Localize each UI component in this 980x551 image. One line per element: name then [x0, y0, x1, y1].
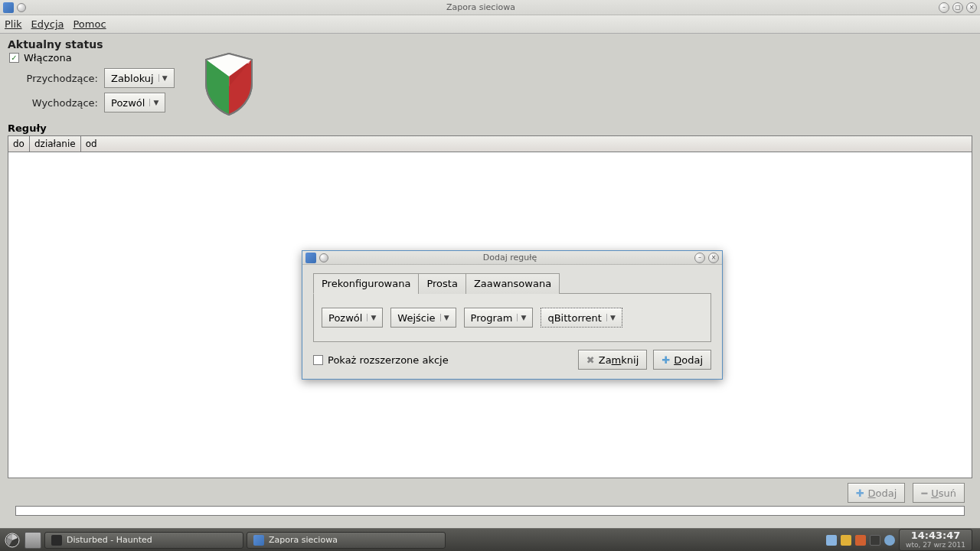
taskbar: Disturbed - Haunted Zapora sieciowa 14:4… [0, 528, 980, 551]
clock-date: wto, 27 wrz 2011 [906, 542, 965, 549]
minimize-button[interactable]: – [939, 2, 949, 13]
clock-time: 14:43:47 [906, 530, 965, 541]
start-button[interactable] [3, 531, 21, 549]
maximize-button[interactable]: ▢ [952, 2, 963, 13]
outgoing-value: Pozwól [111, 97, 145, 109]
type-dropdown[interactable]: Program ▼ [464, 308, 534, 328]
chevron-down-icon: ▼ [367, 314, 379, 321]
window-menu-icon[interactable] [17, 3, 26, 12]
window-menu-icon[interactable] [319, 253, 328, 262]
remove-label: suń [939, 487, 956, 499]
menubar: Plik Edycja Pomoc [0, 15, 980, 34]
minus-icon: ━ [921, 487, 927, 499]
task2-label: Zapora sieciowa [269, 535, 338, 545]
col-from[interactable]: od [81, 136, 972, 152]
chat-icon[interactable] [870, 535, 880, 546]
dialog-close-action-button[interactable]: ✖ Zamknij [578, 350, 647, 370]
update-icon[interactable] [855, 535, 866, 546]
clock[interactable]: 14:43:47 wto, 27 wrz 2011 [899, 529, 972, 550]
tab-simple[interactable]: Prosta [418, 273, 466, 294]
rules-heading: Reguły [8, 122, 972, 134]
dialog-minimize-button[interactable]: – [694, 253, 705, 263]
window-title: Zapora sieciowa [26, 2, 936, 12]
status-strip [15, 506, 965, 516]
power-icon[interactable] [841, 535, 851, 546]
plus-icon: ✚ [856, 487, 864, 499]
direction-dropdown[interactable]: Wejście ▼ [390, 308, 456, 328]
app-icon [305, 253, 316, 263]
add-rule-button[interactable]: ✚ Dodaj [848, 483, 906, 503]
status-heading: Aktualny status [8, 38, 972, 51]
incoming-dropdown[interactable]: Zablokuj ▼ [104, 68, 175, 88]
menu-edit[interactable]: Edycja [31, 18, 64, 30]
chevron-down-icon: ▼ [149, 99, 162, 106]
info-icon[interactable] [884, 535, 895, 546]
plus-icon: ✚ [662, 354, 670, 366]
trash-icon[interactable] [24, 532, 41, 549]
remove-rule-button[interactable]: ━ Usuń [913, 483, 965, 503]
type-value: Program [471, 312, 513, 324]
action-dropdown[interactable]: Pozwól ▼ [322, 308, 383, 328]
tab-advanced[interactable]: Zaawansowana [466, 273, 560, 294]
menu-help[interactable]: Pomoc [73, 18, 106, 30]
action-value: Pozwól [328, 312, 362, 324]
volume-icon[interactable] [826, 535, 837, 546]
shield-icon [202, 52, 256, 116]
outgoing-dropdown[interactable]: Pozwól ▼ [104, 93, 165, 112]
col-action[interactable]: działanie [30, 136, 81, 152]
dialog-close-button[interactable]: × [708, 253, 719, 263]
col-to[interactable]: do [8, 136, 30, 152]
program-value: qBittorrent [547, 312, 601, 324]
incoming-value: Zablokuj [111, 73, 154, 84]
music-player-icon [51, 535, 62, 546]
outgoing-label: Wychodzące: [21, 97, 98, 109]
program-dropdown[interactable]: qBittorrent ▼ [541, 308, 622, 328]
add-label: odaj [876, 487, 897, 499]
chevron-down-icon: ▼ [440, 314, 452, 321]
add-rule-dialog: Dodaj regułę – × Prekonfigurowana Prosta… [302, 250, 723, 380]
tab-preconfigured[interactable]: Prekonfigurowana [313, 273, 419, 294]
menu-file[interactable]: Plik [5, 18, 22, 30]
show-extended-label: Pokaż rozszerzone akcje [328, 354, 449, 366]
dialog-tabs: Prekonfigurowana Prosta Zaawansowana [313, 272, 711, 294]
firewall-app-icon [253, 535, 264, 546]
enabled-checkbox[interactable]: ✓ [9, 53, 19, 63]
dialog-title: Dodaj regułę [328, 253, 691, 262]
taskbar-item-firewall[interactable]: Zapora sieciowa [247, 532, 446, 549]
task1-label: Disturbed - Haunted [67, 535, 152, 545]
system-tray: 14:43:47 wto, 27 wrz 2011 [826, 529, 977, 550]
close-icon: ✖ [586, 354, 595, 366]
main-titlebar: Zapora sieciowa – ▢ × [0, 0, 980, 15]
chevron-down-icon: ▼ [517, 314, 529, 321]
taskbar-item-music[interactable]: Disturbed - Haunted [44, 532, 243, 549]
direction-value: Wejście [397, 312, 435, 324]
show-extended-checkbox[interactable] [313, 355, 323, 365]
chevron-down-icon: ▼ [606, 314, 619, 321]
dialog-add-button[interactable]: ✚ Dodaj [653, 350, 711, 370]
enabled-label: Włączona [24, 52, 72, 64]
close-button[interactable]: × [966, 2, 977, 13]
app-icon [3, 2, 14, 13]
chevron-down-icon: ▼ [158, 74, 171, 82]
incoming-label: Przychodzące: [21, 73, 98, 84]
